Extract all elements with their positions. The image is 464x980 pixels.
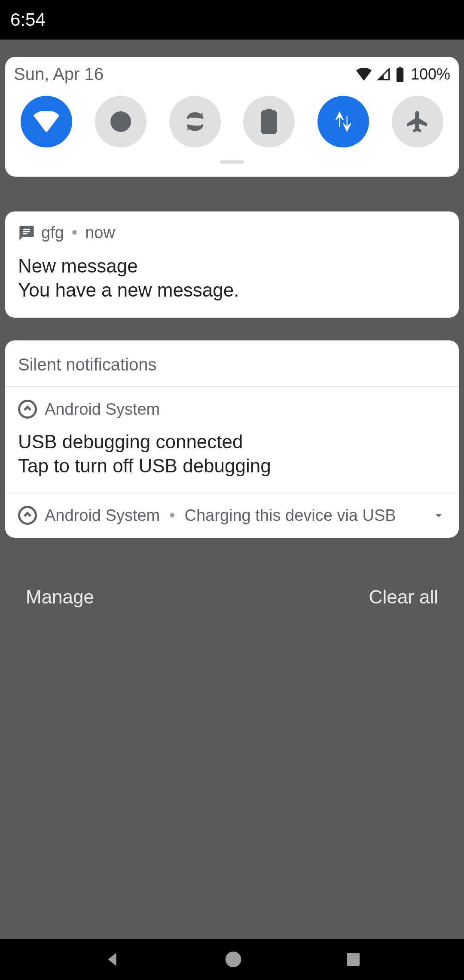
nav-recents-icon[interactable] xyxy=(345,951,362,968)
notification-app-name: gfg xyxy=(41,224,64,242)
notification-app-name: Android System xyxy=(45,506,160,525)
qs-tile-dnd[interactable] xyxy=(95,96,147,147)
airplane-icon xyxy=(406,110,430,134)
notification-timestamp: now xyxy=(85,224,115,242)
clock-label: 6:54 xyxy=(10,9,46,30)
silent-notifications-group: Silent notifications Android System USB … xyxy=(5,340,459,538)
notification-usb-debugging[interactable]: Android System USB debugging connected T… xyxy=(5,387,459,493)
quick-settings-tiles xyxy=(14,96,450,147)
date-label[interactable]: Sun, Apr 16 xyxy=(14,64,104,84)
qs-tile-mobile-data[interactable] xyxy=(317,96,369,147)
wifi-icon xyxy=(34,111,59,132)
notification-shade[interactable]: Sun, Apr 16 100% xyxy=(0,40,464,939)
notification-summary: Charging this device via USB xyxy=(185,506,396,525)
svg-rect-1 xyxy=(397,68,403,82)
clear-all-button[interactable]: Clear all xyxy=(369,586,438,608)
svg-rect-0 xyxy=(399,67,402,68)
separator-dot: • xyxy=(72,224,77,242)
notification-message[interactable]: gfg • now New message You have a new mes… xyxy=(5,211,459,318)
manage-button[interactable]: Manage xyxy=(26,586,94,608)
notification-charging[interactable]: Android System • Charging this device vi… xyxy=(5,493,459,538)
notification-body: You have a new message. xyxy=(18,278,446,302)
battery-percent: 100% xyxy=(411,65,450,83)
quick-settings-panel: Sun, Apr 16 100% xyxy=(5,57,459,177)
android-system-icon xyxy=(18,400,37,419)
status-bar: 6:54 xyxy=(0,0,464,40)
dnd-icon xyxy=(109,110,133,134)
cell-signal-icon xyxy=(376,68,391,81)
status-icons: 100% xyxy=(356,65,450,83)
battery-icon xyxy=(395,67,405,82)
qs-drag-handle[interactable] xyxy=(220,160,244,164)
notification-body: Tap to turn off USB debugging xyxy=(18,454,446,478)
autorotate-icon xyxy=(183,110,207,134)
qs-tile-battery-saver[interactable] xyxy=(243,96,295,147)
notification-header: Android System xyxy=(18,400,446,419)
qs-tile-autorotate[interactable] xyxy=(169,96,221,147)
android-system-icon xyxy=(18,506,37,525)
notification-title: New message xyxy=(18,254,446,278)
nav-home-icon[interactable] xyxy=(224,950,243,969)
wifi-icon xyxy=(356,68,372,81)
qs-tile-wifi[interactable] xyxy=(21,96,72,147)
svg-point-8 xyxy=(226,952,241,968)
notification-app-name: Android System xyxy=(45,400,160,419)
message-app-icon xyxy=(18,224,35,242)
quick-settings-header: Sun, Apr 16 100% xyxy=(14,64,450,84)
mobile-data-icon xyxy=(332,110,354,133)
nav-back-icon[interactable] xyxy=(102,949,122,969)
silent-notifications-header: Silent notifications xyxy=(5,340,459,387)
notification-header: gfg • now xyxy=(18,224,446,242)
shade-actions-row: Manage Clear all xyxy=(0,586,464,608)
navigation-bar xyxy=(0,939,464,980)
separator-dot: • xyxy=(169,506,175,525)
chevron-down-icon[interactable] xyxy=(431,508,446,523)
svg-rect-9 xyxy=(347,953,360,966)
qs-tile-airplane[interactable] xyxy=(392,96,443,147)
notification-title: USB debugging connected xyxy=(18,430,446,454)
battery-saver-icon xyxy=(260,109,278,134)
